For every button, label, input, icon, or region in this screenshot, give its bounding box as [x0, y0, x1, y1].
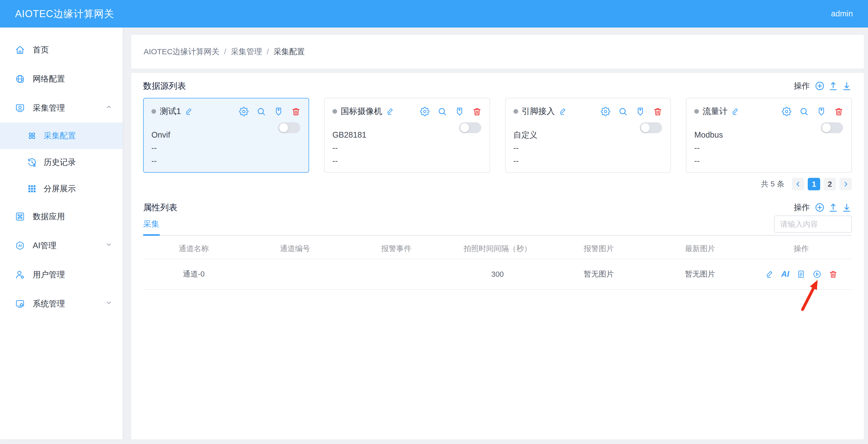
toggle-knob	[460, 123, 469, 132]
sidebar-item-label: 数据应用	[33, 211, 65, 222]
download-icon[interactable]	[841, 202, 852, 213]
pagination-page-2[interactable]: 2	[824, 178, 836, 190]
collection-icon	[15, 103, 25, 113]
pagination-page-1[interactable]: 1	[808, 178, 820, 190]
cell-latest-image: 暂无图片	[649, 269, 751, 279]
sidebar-item-label: 采集配置	[43, 130, 76, 141]
detail-line: --	[151, 157, 301, 165]
upload-icon[interactable]	[828, 202, 838, 213]
attributes-tabs-row: 采集	[143, 213, 852, 236]
settings-icon[interactable]	[601, 107, 610, 116]
detail-line: --	[694, 144, 844, 152]
sidebar-item-label: 历史记录	[43, 157, 76, 168]
column-header: 报警事件	[346, 244, 447, 254]
sidebar-item-ai-management[interactable]: AI管理	[0, 231, 123, 260]
search-input[interactable]	[774, 216, 852, 233]
chevron-up-icon	[105, 103, 113, 113]
tag-icon[interactable]	[636, 107, 645, 116]
enable-toggle[interactable]	[640, 122, 662, 133]
table-row: 通道-0 300 暂无图片 暂无图片 AI	[143, 259, 852, 290]
pagination-next-button[interactable]	[839, 178, 852, 190]
enable-toggle[interactable]	[278, 122, 300, 133]
breadcrumb-separator: /	[267, 47, 269, 56]
settings-icon[interactable]	[239, 107, 249, 116]
search-icon[interactable]	[618, 107, 628, 116]
delete-icon[interactable]	[472, 107, 482, 116]
row-actions: AI	[751, 269, 852, 279]
sidebar-item-home[interactable]: 首页	[0, 35, 123, 64]
top-header: AIOTEC边缘计算网关 admin	[0, 0, 868, 28]
sidebar-item-collection-management[interactable]: 采集管理	[0, 93, 123, 123]
datasource-name: 测试1	[160, 106, 181, 117]
upload-icon[interactable]	[828, 81, 838, 91]
datasource-card-gb-camera[interactable]: 国标摄像机 GB28181	[324, 98, 490, 173]
attributes-section-head: 属性列表 操作	[143, 202, 852, 213]
chevron-down-icon	[105, 241, 113, 251]
edit-icon[interactable]	[731, 107, 739, 116]
ops-label: 操作	[794, 81, 810, 91]
sidebar-item-network-config[interactable]: 网络配置	[0, 64, 123, 93]
enable-toggle[interactable]	[821, 122, 843, 133]
datasource-card-flow-meter[interactable]: 流量计 Modbus	[686, 98, 852, 173]
pagination-prev-button[interactable]	[792, 178, 804, 190]
datasource-ops: 操作	[794, 81, 852, 91]
toggle-knob	[279, 123, 288, 132]
edit-icon[interactable]	[386, 107, 394, 116]
sidebar-item-history[interactable]: 历史记录	[0, 149, 123, 176]
attributes-title: 属性列表	[143, 202, 177, 214]
breadcrumb-item-current: 采集配置	[274, 46, 305, 57]
play-icon[interactable]	[813, 270, 822, 279]
tag-icon[interactable]	[455, 107, 464, 116]
datasource-section-head: 数据源列表 操作	[143, 80, 852, 92]
datasource-cards: 测试1 Onvif	[143, 98, 852, 173]
detail-line: --	[514, 157, 663, 165]
edit-icon[interactable]	[765, 270, 774, 279]
sidebar-item-user-management[interactable]: 用户管理	[0, 260, 123, 289]
add-attribute-icon[interactable]	[814, 202, 825, 213]
toggle-knob	[822, 123, 831, 132]
document-icon[interactable]	[797, 270, 805, 279]
sidebar-item-label: AI管理	[33, 240, 56, 251]
delete-icon[interactable]	[834, 107, 844, 116]
ai-action-button[interactable]: AI	[781, 269, 789, 279]
status-dot	[151, 109, 156, 114]
edit-icon[interactable]	[185, 107, 193, 116]
settings-icon[interactable]	[420, 107, 430, 116]
datasource-name: 流量计	[703, 106, 727, 117]
delete-icon[interactable]	[829, 270, 838, 279]
status-dot	[514, 109, 518, 114]
detail-line: --	[514, 144, 663, 152]
breadcrumb-item[interactable]: AIOTEC边缘计算网关	[144, 46, 219, 57]
enable-toggle[interactable]	[459, 122, 481, 133]
tag-icon[interactable]	[816, 107, 826, 116]
download-icon[interactable]	[841, 81, 852, 91]
cell-interval: 300	[447, 270, 548, 279]
datasource-card-pin-access[interactable]: 引脚接入 自定义	[505, 98, 671, 173]
status-dot	[694, 109, 699, 114]
app: AIOTEC边缘计算网关 admin 首页 网络配置 采集管理 采集配置	[0, 0, 868, 444]
user-menu[interactable]: admin	[831, 9, 853, 19]
column-header: 拍照时间间隔（秒）	[447, 244, 548, 254]
sidebar-item-data-application[interactable]: 数据应用	[0, 202, 123, 231]
add-datasource-icon[interactable]	[814, 81, 825, 91]
settings-icon[interactable]	[782, 107, 792, 116]
search-icon[interactable]	[437, 107, 447, 116]
delete-icon[interactable]	[291, 107, 301, 116]
sidebar-item-system-management[interactable]: 系统管理	[0, 289, 123, 318]
delete-icon[interactable]	[653, 107, 662, 116]
edit-icon[interactable]	[559, 107, 567, 116]
breadcrumb-item[interactable]: 采集管理	[231, 46, 262, 57]
tag-icon[interactable]	[274, 107, 283, 116]
detail-line: --	[151, 144, 301, 152]
search-icon[interactable]	[799, 107, 809, 116]
pagination-total: 共 5 条	[761, 179, 784, 189]
app-title: AIOTEC边缘计算网关	[15, 7, 114, 21]
sidebar-item-collection-config[interactable]: 采集配置	[0, 123, 123, 149]
detail-line: --	[333, 144, 482, 152]
cell-channel-name: 通道-0	[143, 269, 244, 279]
datasource-card-test1[interactable]: 测试1 Onvif	[143, 98, 309, 173]
tab-collection[interactable]: 采集	[143, 213, 159, 235]
sidebar-item-label: 首页	[33, 44, 49, 55]
sidebar-item-split-screen[interactable]: 分屏展示	[0, 176, 123, 202]
search-icon[interactable]	[256, 107, 266, 116]
